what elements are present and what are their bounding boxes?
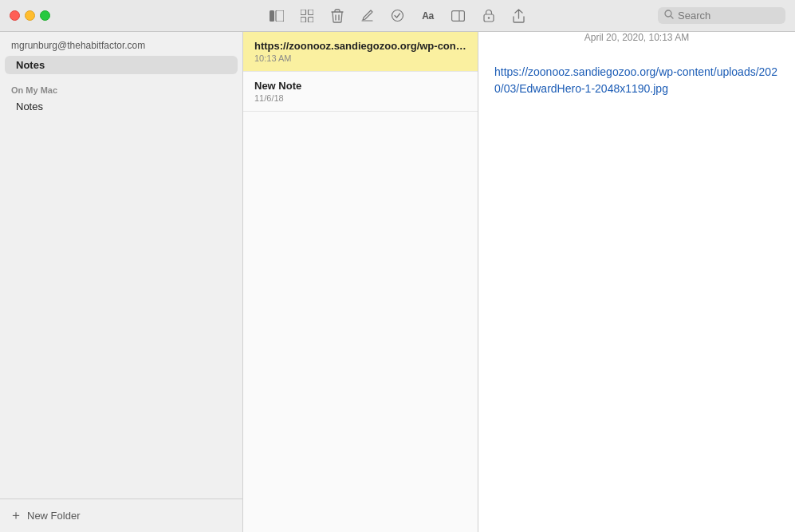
- note-item-1-date: 10:13 AM: [254, 53, 466, 63]
- notes-list: https://zoonooz.sandiegozoo.org/wp-conte…: [243, 32, 478, 532]
- note-item-1[interactable]: https://zoonooz.sandiegozoo.org/wp-conte…: [243, 32, 478, 72]
- note-detail: April 20, 2020, 10:13 AM https://zoonooz…: [478, 32, 795, 532]
- note-item-2-date: 11/6/18: [254, 93, 466, 103]
- main-content: mgrunburg@thehabitfactor.com Notes On My…: [0, 32, 795, 532]
- check-button[interactable]: [384, 5, 412, 27]
- toolbar: Aa: [262, 5, 533, 27]
- minimize-button[interactable]: [25, 10, 35, 21]
- svg-point-6: [392, 10, 403, 22]
- search-box[interactable]: [658, 7, 785, 24]
- maximize-button[interactable]: [40, 10, 50, 21]
- note-detail-date: April 20, 2020, 10:13 AM: [478, 32, 795, 43]
- new-folder-button[interactable]: ＋ New Folder: [0, 499, 242, 532]
- search-icon: [664, 10, 674, 22]
- svg-rect-3: [308, 10, 313, 15]
- note-detail-content: https://zoonooz.sandiegozoo.org/wp-conte…: [478, 51, 795, 110]
- sidebar-item-local-notes[interactable]: Notes: [5, 98, 238, 115]
- note-item-2-title: New Note: [254, 80, 466, 92]
- svg-rect-7: [452, 10, 465, 21]
- svg-point-11: [665, 10, 671, 17]
- svg-rect-5: [308, 17, 313, 22]
- panel-button[interactable]: [444, 5, 473, 27]
- compose-button[interactable]: [353, 5, 382, 27]
- close-button[interactable]: [10, 10, 20, 21]
- svg-rect-2: [301, 10, 306, 15]
- titlebar: Aa: [0, 0, 795, 32]
- sidebar: mgrunburg@thehabitfactor.com Notes On My…: [0, 32, 243, 532]
- svg-point-10: [487, 17, 489, 18]
- svg-line-12: [671, 17, 674, 19]
- note-item-2[interactable]: New Note 11/6/18: [243, 72, 478, 112]
- note-item-1-title: https://zoonooz.sandiegozoo.org/wp-conte…: [254, 40, 466, 52]
- grid-view-button[interactable]: [293, 5, 321, 27]
- new-folder-label: New Folder: [27, 510, 80, 522]
- svg-rect-4: [301, 17, 306, 22]
- sidebar-toggle-button[interactable]: [262, 5, 291, 27]
- svg-rect-0: [270, 10, 274, 22]
- account-label: mgrunburg@thehabitfactor.com: [0, 32, 242, 56]
- font-button-label: Aa: [422, 10, 433, 22]
- lock-button[interactable]: [474, 5, 503, 27]
- sidebar-item-icloud-notes[interactable]: Notes: [5, 56, 238, 74]
- search-input[interactable]: [678, 10, 779, 22]
- svg-rect-1: [276, 10, 284, 22]
- plus-icon: ＋: [10, 507, 22, 524]
- share-button[interactable]: [505, 5, 533, 27]
- font-button[interactable]: Aa: [414, 5, 443, 27]
- traffic-lights: [0, 10, 50, 21]
- on-my-mac-label: On My Mac: [0, 74, 242, 98]
- delete-button[interactable]: [323, 5, 352, 27]
- note-detail-url[interactable]: https://zoonooz.sandiegozoo.org/wp-conte…: [494, 65, 777, 95]
